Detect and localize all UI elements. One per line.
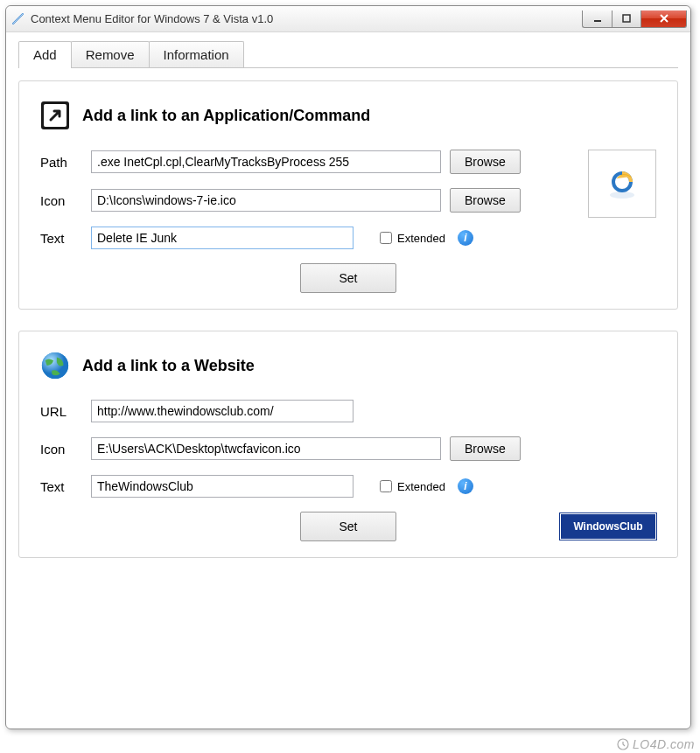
svg-rect-1 bbox=[623, 15, 630, 22]
tab-remove[interactable]: Remove bbox=[71, 41, 150, 67]
text-input[interactable] bbox=[91, 227, 354, 249]
shortcut-icon bbox=[40, 101, 70, 130]
web-text-label: Text bbox=[40, 479, 82, 494]
minimize-button[interactable] bbox=[582, 10, 612, 28]
windowsclub-badge[interactable]: WindowsClub bbox=[560, 513, 656, 540]
path-browse-button[interactable]: Browse bbox=[450, 150, 521, 174]
row-icon: Icon Browse bbox=[40, 188, 569, 213]
globe-icon bbox=[40, 351, 70, 380]
icon-label: Icon bbox=[40, 193, 82, 208]
row-web-icon: Icon Browse bbox=[40, 436, 656, 461]
app-icon bbox=[11, 12, 25, 26]
app-window: Context Menu Editor for Windows 7 & Vist… bbox=[5, 5, 691, 729]
panel-website: Add a link to a Website URL Icon Browse … bbox=[18, 331, 678, 558]
panel-web-heading: Add a link to a Website bbox=[82, 357, 255, 375]
tab-add[interactable]: Add bbox=[18, 41, 72, 68]
info-icon[interactable]: i bbox=[458, 230, 473, 246]
panel-app-heading-row: Add a link to an Application/Command bbox=[40, 101, 656, 130]
web-info-icon[interactable]: i bbox=[458, 478, 473, 494]
svg-rect-0 bbox=[594, 20, 601, 22]
panel-web-heading-row: Add a link to a Website bbox=[40, 351, 656, 380]
url-input[interactable] bbox=[91, 400, 354, 422]
row-web-text: Text Extended i bbox=[40, 475, 656, 498]
row-path: Path Browse bbox=[40, 150, 569, 174]
close-button[interactable] bbox=[641, 10, 687, 28]
watermark: LO4D.com bbox=[617, 737, 695, 751]
svg-point-4 bbox=[610, 192, 634, 199]
web-extended-label: Extended bbox=[397, 480, 445, 493]
text-label: Text bbox=[40, 231, 82, 246]
web-text-input[interactable] bbox=[91, 475, 354, 498]
titlebar[interactable]: Context Menu Editor for Windows 7 & Vist… bbox=[6, 6, 690, 32]
tab-information[interactable]: Information bbox=[149, 41, 244, 67]
row-text: Text Extended i bbox=[40, 227, 656, 249]
panel-app-command: Add a link to an Application/Command Pat… bbox=[18, 80, 678, 310]
web-icon-browse-button[interactable]: Browse bbox=[450, 436, 521, 461]
extended-label: Extended bbox=[397, 232, 445, 245]
icon-preview bbox=[588, 150, 656, 218]
icon-browse-button[interactable]: Browse bbox=[450, 188, 521, 213]
path-label: Path bbox=[40, 155, 82, 170]
client-area: Add Remove Information Add a link to an … bbox=[6, 32, 690, 591]
path-input[interactable] bbox=[91, 150, 441, 173]
set-button-app[interactable]: Set bbox=[300, 263, 396, 293]
icon-input[interactable] bbox=[91, 189, 441, 212]
web-extended-checkbox[interactable] bbox=[380, 480, 392, 492]
set-button-web[interactable]: Set bbox=[300, 512, 396, 541]
web-icon-label: Icon bbox=[40, 442, 82, 457]
web-icon-input[interactable] bbox=[91, 437, 441, 460]
tab-bar: Add Remove Information bbox=[18, 41, 678, 68]
url-label: URL bbox=[40, 404, 82, 419]
window-controls bbox=[582, 10, 687, 28]
window-title: Context Menu Editor for Windows 7 & Vist… bbox=[31, 12, 582, 25]
panel-app-heading: Add a link to an Application/Command bbox=[82, 107, 370, 125]
row-url: URL bbox=[40, 400, 656, 422]
maximize-button[interactable] bbox=[612, 10, 641, 28]
extended-checkbox[interactable] bbox=[380, 232, 392, 244]
